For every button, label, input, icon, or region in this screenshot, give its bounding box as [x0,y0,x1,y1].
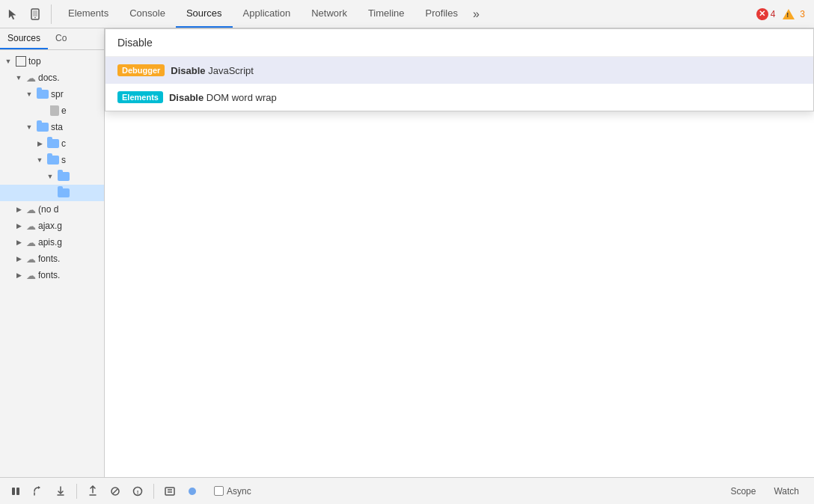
tab-profiles[interactable]: Profiles [415,0,468,28]
tab-overflow-button[interactable]: » [468,0,484,28]
tab-elements[interactable]: Elements [58,0,119,28]
arrow-spr: ▼ [24,89,34,99]
tree-item-c[interactable]: ▶ c [0,135,104,152]
cloud-icon-ajax: ☁ [26,221,36,232]
autocomplete-item-debugger[interactable]: Debugger Disable JavaScript [105,57,813,84]
mobile-icon[interactable] [25,4,45,24]
cloud-icon-nodomain: ☁ [26,204,36,215]
svg-rect-14 [165,488,174,495]
cloud-icon-docs: ☁ [26,73,36,84]
deactivate-breakpoints-button[interactable] [105,482,125,501]
toolbar-divider1 [76,484,77,499]
tree-label-docs: docs. [38,73,60,83]
arrow-e [37,105,48,116]
arrow-ajax: ▶ [13,221,24,231]
tree-item-sta[interactable]: ▼ sta [0,119,104,135]
badge-elements: Elements [117,91,163,103]
autocomplete-dropdown: Disable Debugger Disable JavaScript Elem… [105,28,814,111]
arrow-nested2 [45,188,55,198]
tree-item-nested2[interactable] [0,185,104,201]
autocomplete-item-elements[interactable]: Elements Disable DOM word wrap [105,84,813,111]
folder-box-icon [16,56,26,67]
autocomplete-search-row: Disable [105,29,813,57]
tree-item-docs[interactable]: ▼ ☁ docs. [0,70,104,86]
arrow-s: ▼ [34,155,45,165]
watch-tab[interactable]: Watch [765,483,808,500]
svg-rect-1 [33,10,37,16]
pause-button[interactable] [6,482,25,501]
tree-label-ajax: ajax.g [38,221,62,231]
autocomplete-text-elements: Disable DOM word wrap [169,92,277,103]
arrow-docs: ▼ [13,73,24,83]
tab-network[interactable]: Network [301,0,358,28]
sidebar-tab-sources[interactable]: Sources [0,28,48,49]
arrow-fonts2: ▶ [13,270,24,280]
folder-icon-s [47,156,59,165]
svg-text:!: ! [137,489,139,496]
folder-icon-nested1 [58,172,70,181]
folder-icon-spr [37,90,49,99]
step-out-button[interactable] [83,482,102,501]
tree-item-apis[interactable]: ▶ ☁ apis.g [0,234,104,251]
async-checkbox[interactable] [214,486,224,496]
toolbar-divider2 [153,484,154,499]
tree-item-fonts1[interactable]: ▶ ☁ fonts. [0,251,104,267]
tab-console[interactable]: Console [119,0,176,28]
async-label-text: Async [227,486,251,497]
breakpoints-icon[interactable] [183,482,202,501]
tree-label-fonts1: fonts. [38,253,60,264]
autocomplete-text-debugger: Disable JavaScript [171,65,254,76]
devtools-icons [3,4,52,24]
tree-item-fonts2[interactable]: ▶ ☁ fonts. [0,267,104,283]
arrow-sta: ▼ [24,122,34,132]
error-badge: ✕ 4 [756,8,776,20]
tree-label-apis: apis.g [38,237,62,248]
tree-item-s[interactable]: ▼ s [0,152,104,168]
folder-icon-c [47,139,59,148]
arrow-nested1: ▼ [45,171,55,182]
arrow-nodomain: ▶ [13,204,24,215]
devtools-tabbar: Elements Console Sources Application Net… [0,0,814,28]
sidebar-tabs: Sources Co [0,28,104,50]
tab-timeline[interactable]: Timeline [358,0,415,28]
cloud-icon-apis: ☁ [26,237,36,248]
tree-label-fonts2: fonts. [38,270,60,280]
badge-debugger: Debugger [117,64,165,76]
tree-label-top: top [28,56,41,67]
folder-icon-sta [37,123,49,132]
sidebar-tab-co[interactable]: Co [48,28,74,49]
tree-item-spr[interactable]: ▼ spr [0,86,104,102]
warn-badge: 3 [783,9,805,19]
sidebar-tree: ▼ top ▼ ☁ docs. ▼ spr e [0,50,104,477]
arrow-c: ▶ [34,138,45,149]
cloud-icon-fonts1: ☁ [26,253,36,265]
scope-tab[interactable]: Scope [721,483,765,500]
file-icon-e [50,105,59,116]
tree-label-e: e [61,105,67,116]
step-over-button[interactable] [28,482,48,501]
cloud-icon-fonts2: ☁ [26,270,36,281]
svg-rect-4 [16,488,19,495]
format-button[interactable] [160,482,180,501]
error-icon: ✕ [756,8,768,20]
tree-item-ajax[interactable]: ▶ ☁ ajax.g [0,218,104,234]
sidebar: Sources Co ▼ top ▼ ☁ docs. ▼ s [0,28,105,477]
tree-label-c: c [61,138,66,149]
tab-sources[interactable]: Sources [176,0,233,28]
tree-item-nested1[interactable]: ▼ [0,168,104,185]
tree-label-spr: spr [51,89,64,99]
svg-point-2 [34,16,36,18]
cursor-icon[interactable] [3,4,22,24]
tree-item-top[interactable]: ▼ top [0,53,104,70]
tree-item-e[interactable]: e [0,102,104,119]
svg-rect-3 [12,488,15,495]
arrow-top: ▼ [3,56,13,67]
tree-label-sta: sta [51,122,63,132]
step-into-button[interactable] [51,482,70,501]
tree-item-nodomain[interactable]: ▶ ☁ (no d [0,201,104,218]
main-content: Disable Debugger Disable JavaScript Elem… [105,28,814,477]
async-checkbox-area: Async [208,486,257,497]
tab-application[interactable]: Application [233,0,302,28]
pause-exception-button[interactable]: ! [128,482,147,501]
bottom-right-tabs: Scope Watch [721,483,808,500]
